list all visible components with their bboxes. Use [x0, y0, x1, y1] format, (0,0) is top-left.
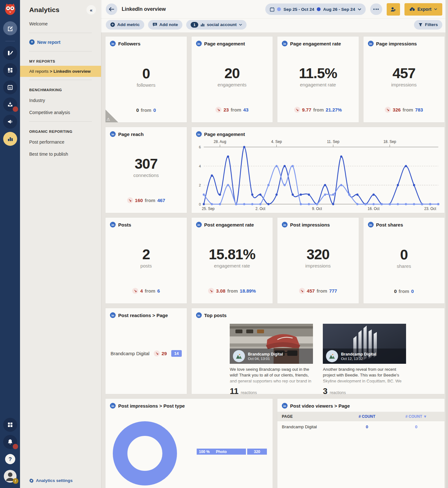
reactions-delta: 29: [161, 351, 167, 356]
svg-text:2. Oct: 2. Oct: [255, 206, 265, 211]
column-header-count-1[interactable]: # COUNT: [342, 414, 392, 419]
metric-value: 307: [135, 156, 158, 172]
delta-value: 160: [135, 198, 143, 203]
metric-unit: connections: [133, 173, 159, 178]
previous-period-label: Aug 26 - Sep 24: [323, 7, 355, 12]
metric-card-page-engagement: inPage engagement 20 engagements ↘ 23 fr…: [191, 36, 273, 123]
hootsuite-owl-logo[interactable]: [3, 2, 17, 16]
svg-text:23. Oct: 23. Oct: [424, 206, 436, 211]
card-title: Post shares: [376, 222, 403, 227]
rail-item-planner[interactable]: [3, 80, 17, 94]
card-title: Page engagement rate: [290, 41, 341, 46]
add-user-icon: [390, 7, 396, 12]
cell-count-1: 0: [342, 424, 392, 429]
trend-down-icon: ↘: [299, 288, 305, 294]
apps-grid-icon: [7, 422, 13, 428]
column-header-count-2[interactable]: # COUNT ▼: [392, 414, 440, 419]
breadcrumb-current: LinkedIn overview: [53, 69, 91, 74]
more-options-button[interactable]: [370, 3, 382, 15]
post-type-donut-chart[interactable]: [112, 421, 177, 486]
add-metric-button[interactable]: Add metric: [106, 20, 144, 30]
social-account-selector[interactable]: 1 social account: [186, 20, 247, 30]
calendar-icon: [270, 7, 275, 12]
table-row: Brandcamp Digital 0 0: [277, 421, 445, 432]
svg-text:6: 6: [199, 145, 201, 149]
metric-card-post-impressions: inPost impressions 320 impressions ↘ 457…: [277, 217, 359, 304]
sidebar-item-welcome[interactable]: Welcome: [20, 18, 101, 30]
donut-legend: 100 % Photo 320: [197, 449, 267, 455]
sidebar-item-competitive-analysis[interactable]: Competitive analysis: [20, 106, 101, 119]
post-author: Brandcamp Digital: [248, 352, 283, 357]
linkedin-icon: in: [196, 131, 202, 137]
post-reactions-count: 3: [323, 386, 327, 396]
donut-ring: [120, 429, 170, 478]
calendar-icon: [7, 84, 13, 91]
legend-item-photo[interactable]: 100 % Photo: [197, 449, 246, 455]
help-icon: ?: [5, 454, 16, 464]
top-post-1[interactable]: Brandcamp Digital Oct 04, 13:01 We love …: [230, 324, 313, 396]
from-label: from: [403, 107, 413, 112]
metric-value: 0: [142, 65, 150, 82]
sidebar-collapse-button[interactable]: «: [86, 5, 96, 15]
sidebar-item-best-time[interactable]: Best time to publish: [20, 148, 101, 160]
sidebar-item-active-report[interactable]: All reports > LinkedIn overview: [20, 66, 101, 77]
new-report-button[interactable]: + New report: [20, 36, 101, 48]
from-label: from: [399, 288, 409, 294]
top-post-2[interactable]: Brandcamp Digital Oct 12, 13:32 Another …: [323, 324, 406, 396]
sidebar-item-post-performance[interactable]: Post performance: [20, 136, 101, 148]
inbox-icon: [7, 101, 13, 108]
streams-icon: [7, 50, 13, 56]
account-warning-badge: !: [13, 478, 18, 484]
post-reactions-label: reactions: [241, 390, 257, 395]
filters-button[interactable]: Filters: [414, 20, 442, 30]
rail-item-amplify[interactable]: [3, 115, 17, 129]
metric-card-page-engagement-rate: inPage engagement rate 11.5% engagement …: [277, 36, 359, 123]
mountain-logo-icon: [329, 353, 336, 359]
sidebar-item-industry[interactable]: Industry: [20, 94, 101, 106]
rail-item-notifications[interactable]: [3, 435, 17, 449]
gear-icon: [29, 478, 34, 483]
back-button[interactable]: [106, 3, 117, 15]
svg-text:4. Sep: 4. Sep: [271, 139, 282, 144]
metric-unit: posts: [140, 263, 152, 268]
svg-text:28. Aug: 28. Aug: [214, 139, 226, 144]
rail-item-dashboards[interactable]: [3, 63, 17, 77]
analytics-sidebar: Analytics « Welcome + New report MY REPO…: [20, 0, 101, 488]
export-button[interactable]: Export: [404, 3, 442, 16]
from-label: from: [227, 288, 238, 294]
svg-text:2: 2: [199, 183, 201, 187]
analytics-settings-label: Analytics settings: [36, 478, 73, 483]
page-title: LinkedIn overview: [122, 6, 261, 12]
note-bubble-icon: [153, 23, 157, 27]
filters-label: Filters: [425, 22, 438, 27]
add-note-button[interactable]: Add note: [148, 20, 183, 30]
legend-value-chip[interactable]: 320: [247, 449, 267, 455]
date-range-selector[interactable]: Sep 25 - Oct 24 Aug 26 - Sep 24: [265, 3, 365, 15]
report-toolbar: Add metric Add note 1 social account Fil: [101, 18, 448, 32]
rail-item-inbox[interactable]: [3, 98, 17, 112]
rail-item-apps[interactable]: [3, 418, 17, 432]
metric-card-posts: inPosts 2 posts ↘ 4 from 6: [105, 217, 187, 304]
add-note-label: Add note: [160, 22, 178, 27]
rail-item-help[interactable]: ?: [3, 452, 17, 466]
svg-text:25. Sep: 25. Sep: [202, 206, 214, 211]
social-account-label: social account: [207, 22, 237, 27]
metric-value: 0: [400, 247, 408, 263]
rail-item-streams[interactable]: [3, 46, 17, 60]
metric-card-followers: inFollowers 0 followers 0 from 0 ⚠: [105, 36, 187, 123]
rail-item-account[interactable]: !: [3, 469, 17, 483]
rail-item-analytics-active[interactable]: [3, 132, 17, 146]
post-reactions-label: reactions: [330, 390, 346, 395]
page-engagement-line-chart[interactable]: 024628. Aug4. Sep11. Sep18. Sep25. Sep2.…: [192, 138, 445, 213]
share-report-button[interactable]: [387, 3, 400, 16]
compose-button[interactable]: [3, 21, 17, 35]
vertical-scrollbar[interactable]: [445, 0, 448, 488]
metric-unit: impressions: [391, 82, 417, 87]
filter-funnel-icon: [418, 23, 423, 27]
post-datetime: Oct 04, 13:01: [248, 357, 283, 361]
analytics-settings-link[interactable]: Analytics settings: [20, 474, 101, 488]
warning-icon: ⚠: [106, 117, 110, 122]
reactions-count-badge: 14: [171, 350, 181, 357]
metric-unit: shares: [397, 263, 411, 269]
delta-value: 326: [393, 107, 401, 112]
